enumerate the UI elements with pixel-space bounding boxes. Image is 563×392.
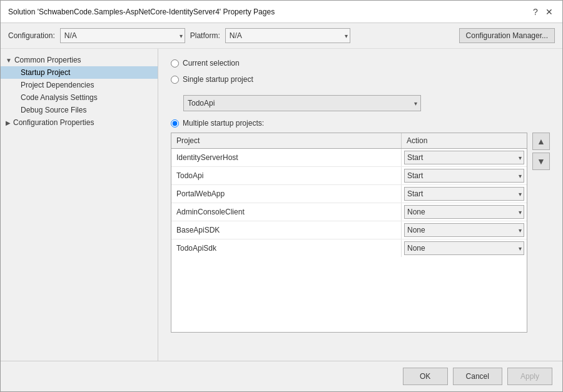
projects-table-wrapper: Project Action IdentityServerHost Start … <box>171 133 550 333</box>
single-startup-radio[interactable] <box>171 76 179 84</box>
configuration-properties-label: Configuration Properties <box>13 118 94 127</box>
expand-arrow-icon: ▼ <box>6 57 12 64</box>
action-select-wrapper: Start None Start without debugging <box>404 187 524 201</box>
table-row: IdentityServerHost Start None Start with… <box>171 149 527 167</box>
sidebar: ▼ Common Properties Startup Project Proj… <box>1 49 158 361</box>
action-cell: None Start Start without debugging <box>402 239 527 257</box>
project-cell: TodoApi <box>171 167 402 184</box>
multiple-startup-section: Multiple startup projects: Project Actio… <box>171 119 550 333</box>
startup-project-label: Startup Project <box>21 68 70 77</box>
config-row: Configuration: N/A Platform: N/A Configu… <box>1 23 562 49</box>
action-cell: None Start Start without debugging <box>402 221 527 239</box>
right-panel: Current selection Single startup project… <box>158 49 562 361</box>
bottom-bar: OK Cancel Apply <box>1 361 562 391</box>
current-selection-radio[interactable] <box>171 59 179 68</box>
configuration-label: Configuration: <box>8 31 55 40</box>
config-manager-button[interactable]: Configuration Manager... <box>459 28 555 43</box>
project-cell: BaseApiSDK <box>171 221 402 239</box>
col-action-header: Action <box>402 133 527 148</box>
action-select-3[interactable]: None Start Start without debugging <box>404 205 524 219</box>
multiple-startup-radio[interactable] <box>171 119 179 128</box>
sidebar-item-project-dependencies[interactable]: Project Dependencies <box>1 79 158 91</box>
table-row: TodoApiSdk None Start Start without debu… <box>171 239 527 257</box>
action-select-0[interactable]: Start None Start without debugging <box>404 151 524 164</box>
projects-table: Project Action IdentityServerHost Start … <box>171 133 527 333</box>
action-select-wrapper: Start None Start without debugging <box>404 151 524 164</box>
project-cell: IdentityServerHost <box>171 149 402 166</box>
ok-button[interactable]: OK <box>403 368 448 385</box>
table-arrows: ▲ ▼ <box>532 133 550 170</box>
configuration-select[interactable]: N/A <box>60 28 185 43</box>
project-dependencies-label: Project Dependencies <box>21 81 94 89</box>
table-row: AdminConsoleClient None Start Start with… <box>171 203 527 221</box>
current-selection-label: Current selection <box>183 59 240 68</box>
action-cell: None Start Start without debugging <box>402 203 527 221</box>
main-content: ▼ Common Properties Startup Project Proj… <box>1 49 562 361</box>
single-startup-row: Single startup project <box>171 75 550 84</box>
action-select-wrapper: None Start Start without debugging <box>404 223 524 237</box>
move-up-button[interactable]: ▲ <box>532 133 550 150</box>
close-button[interactable]: ✕ <box>544 6 555 18</box>
project-cell: PortalWebApp <box>171 185 402 203</box>
project-cell: AdminConsoleClient <box>171 203 402 221</box>
table-row: BaseApiSDK None Start Start without debu… <box>171 221 527 239</box>
action-select-2[interactable]: Start None Start without debugging <box>404 187 524 201</box>
action-select-wrapper: None Start Start without debugging <box>404 205 524 219</box>
action-select-1[interactable]: Start None Start without debugging <box>404 169 524 183</box>
title-bar-buttons: ? ✕ <box>530 6 555 18</box>
table-header: Project Action <box>171 133 527 149</box>
configuration-select-wrapper: N/A <box>60 28 185 43</box>
common-properties-label: Common Properties <box>14 56 81 64</box>
single-startup-select[interactable]: TodoApi <box>183 95 421 111</box>
col-project-header: Project <box>171 133 402 148</box>
help-button[interactable]: ? <box>530 6 541 18</box>
single-startup-select-wrapper: TodoApi <box>183 95 421 111</box>
property-pages-dialog: Solution 'SchwabenCode.Samples-AspNetCor… <box>0 0 563 392</box>
dialog-title: Solution 'SchwabenCode.Samples-AspNetCor… <box>8 8 275 16</box>
action-select-5[interactable]: None Start Start without debugging <box>404 241 524 255</box>
sidebar-item-code-analysis-settings[interactable]: Code Analysis Settings <box>1 91 158 104</box>
code-analysis-settings-label: Code Analysis Settings <box>21 93 98 102</box>
move-down-button[interactable]: ▼ <box>532 153 550 170</box>
sidebar-item-configuration-properties[interactable]: ▶ Configuration Properties <box>1 116 158 129</box>
expand-arrow-config-icon: ▶ <box>6 119 11 126</box>
debug-source-files-label: Debug Source Files <box>21 106 86 114</box>
platform-select-wrapper: N/A <box>225 28 350 43</box>
table-row: PortalWebApp Start None Start without de… <box>171 185 527 203</box>
platform-select[interactable]: N/A <box>225 28 350 43</box>
action-cell: Start None Start without debugging <box>402 149 527 166</box>
action-select-wrapper: None Start Start without debugging <box>404 241 524 255</box>
multiple-startup-row: Multiple startup projects: <box>171 119 550 128</box>
multiple-startup-label: Multiple startup projects: <box>183 119 264 128</box>
sidebar-item-debug-source-files[interactable]: Debug Source Files <box>1 104 158 116</box>
action-select-4[interactable]: None Start Start without debugging <box>404 223 524 237</box>
single-startup-section: TodoApi <box>183 91 550 111</box>
project-cell: TodoApiSdk <box>171 239 402 257</box>
platform-label: Platform: <box>190 31 220 40</box>
action-select-wrapper: Start None Start without debugging <box>404 169 524 183</box>
table-row: TodoApi Start None Start without debuggi… <box>171 167 527 185</box>
sidebar-item-common-properties[interactable]: ▼ Common Properties <box>1 54 158 66</box>
action-cell: Start None Start without debugging <box>402 185 527 203</box>
title-bar: Solution 'SchwabenCode.Samples-AspNetCor… <box>1 1 562 23</box>
single-startup-label: Single startup project <box>183 75 253 84</box>
sidebar-item-startup-project[interactable]: Startup Project <box>1 66 158 79</box>
action-cell: Start None Start without debugging <box>402 167 527 184</box>
current-selection-row: Current selection <box>171 59 550 68</box>
apply-button[interactable]: Apply <box>507 368 552 385</box>
cancel-button[interactable]: Cancel <box>453 368 502 385</box>
